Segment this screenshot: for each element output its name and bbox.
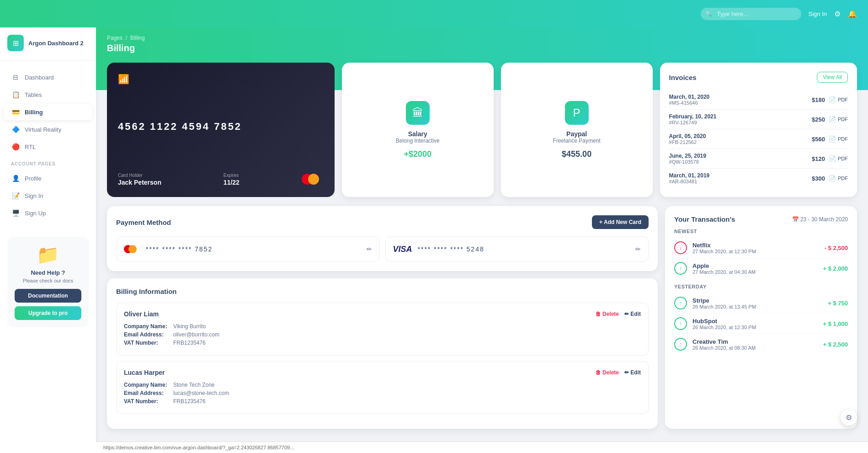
tables-icon: 📋 bbox=[11, 91, 20, 98]
paypal-amount: $455.00 bbox=[562, 149, 591, 159]
transaction-amount: - $ 2,500 bbox=[825, 245, 848, 251]
invoice-date: March, 01, 2020 bbox=[669, 94, 710, 100]
billing-info-card: Billing Information Oliver Liam 🗑 Delete… bbox=[107, 278, 658, 429]
invoice-row: February, 10, 2021 #RV-126749 $250 📄 PDF bbox=[669, 110, 848, 129]
sign-up-icon: 🖥️ bbox=[11, 209, 20, 217]
billing-entry: Oliver Liam 🗑 Delete ✏ Edit Company Name… bbox=[116, 303, 649, 356]
add-card-button[interactable]: + Add New Card bbox=[592, 215, 649, 229]
pdf-label: PDF bbox=[838, 117, 848, 122]
sidebar-item-label: Virtual Reality bbox=[25, 126, 61, 133]
upgrade-button[interactable]: Upgrade to pro bbox=[15, 306, 81, 320]
billing-name: Lucas Harper bbox=[124, 369, 165, 376]
sidebar: ⊞ Argon Dashboard 2 ⊟ Dashboard 📋 Tables… bbox=[0, 27, 96, 453]
app-name: Argon Dashboard 2 bbox=[28, 40, 84, 47]
pdf-button[interactable]: 📄 PDF bbox=[829, 175, 848, 182]
documentation-button[interactable]: Documentation bbox=[15, 289, 81, 303]
transaction-item: ↑ HubSpot 26 March 2020, at 12:30 PM + $… bbox=[674, 314, 848, 334]
transaction-item: ↑ Apple 27 March 2020, at 04:30 AM + $ 2… bbox=[674, 258, 848, 278]
sidebar-item-dashboard[interactable]: ⊟ Dashboard bbox=[4, 69, 92, 85]
company-value: Stone Tech Zone bbox=[173, 382, 215, 388]
pdf-label: PDF bbox=[838, 176, 848, 181]
invoice-ref: #QW-103578 bbox=[669, 159, 706, 165]
newest-label: NEWEST bbox=[674, 229, 848, 234]
sidebar-item-billing[interactable]: 💳 Billing bbox=[4, 104, 92, 120]
breadcrumb: Pages / Billing bbox=[107, 35, 857, 41]
invoice-ref: #RV-126749 bbox=[669, 120, 717, 125]
transactions-date: 📅 23 - 30 March 2020 bbox=[792, 216, 848, 223]
invoice-amount: $250 bbox=[812, 116, 825, 123]
invoice-row: March, 01, 2020 #MS-415646 $180 📄 PDF bbox=[669, 90, 848, 110]
salary-amount: +$2000 bbox=[404, 149, 431, 159]
invoice-ref: #MS-415646 bbox=[669, 100, 710, 106]
pdf-icon: 📄 bbox=[829, 175, 836, 182]
edit-button[interactable]: ✏ Edit bbox=[624, 369, 641, 376]
mastercard-logo-small bbox=[124, 244, 140, 254]
credit-card: 📶 4562 1122 4594 7852 Card Holder Jack P… bbox=[107, 63, 335, 197]
delete-button[interactable]: 🗑 Delete bbox=[596, 369, 619, 376]
notification-icon[interactable]: 🔔 bbox=[848, 10, 857, 18]
transaction-time: 26 March 2020, at 08:30 AM bbox=[692, 345, 817, 351]
invoice-row: June, 25, 2019 #QW-103578 $120 📄 PDF bbox=[669, 149, 848, 169]
pdf-icon: 📄 bbox=[829, 155, 836, 162]
sidebar-item-sign-up[interactable]: 🖥️ Sign Up bbox=[4, 205, 92, 221]
sidebar-item-profile[interactable]: 👤 Profile bbox=[4, 170, 92, 187]
transaction-item: ↑ Stripe 26 March 2020, at 13:45 PM + $ … bbox=[674, 293, 848, 314]
mastercard-number: **** **** **** 7852 bbox=[146, 245, 361, 253]
sidebar-item-label: Profile bbox=[25, 175, 42, 182]
transaction-amount: + $ 750 bbox=[828, 300, 848, 307]
email-value: lucas@stone-tech.com bbox=[173, 390, 229, 396]
pdf-label: PDF bbox=[838, 136, 848, 142]
invoice-row: April, 05, 2020 #FB-212562 $560 📄 PDF bbox=[669, 129, 848, 149]
transaction-item: ↑ Creative Tim 26 March 2020, at 08:30 A… bbox=[674, 334, 848, 354]
sidebar-item-sign-in[interactable]: 📝 Sign In bbox=[4, 187, 92, 204]
pdf-button[interactable]: 📄 PDF bbox=[829, 155, 848, 162]
email-label: Email Address: bbox=[124, 331, 170, 338]
transaction-name: Stripe bbox=[692, 297, 822, 304]
sidebar-item-rtl[interactable]: 🔴 RTL bbox=[4, 139, 92, 155]
billing-info-title: Billing Information bbox=[116, 288, 649, 295]
pdf-icon: 📄 bbox=[829, 116, 836, 123]
transaction-time: 27 March 2020, at 04:30 AM bbox=[692, 269, 817, 275]
sidebar-nav: ⊟ Dashboard 📋 Tables 💳 Billing 🔷 Virtual… bbox=[0, 61, 96, 229]
email-label: Email Address: bbox=[124, 390, 170, 396]
edit-button[interactable]: ✏ Edit bbox=[624, 311, 641, 317]
invoice-row: March, 01, 2019 #AR-803481 $300 📄 PDF bbox=[669, 169, 848, 188]
sign-in-icon: 📝 bbox=[11, 192, 20, 199]
edit-visa-icon[interactable]: ✏ bbox=[635, 245, 641, 253]
pdf-button[interactable]: 📄 PDF bbox=[829, 136, 848, 143]
view-all-button[interactable]: View All bbox=[817, 72, 848, 83]
transaction-name: Netflix bbox=[692, 242, 819, 249]
sidebar-item-tables[interactable]: 📋 Tables bbox=[4, 86, 92, 103]
pdf-icon: 📄 bbox=[829, 136, 836, 143]
gear-float-button[interactable]: ⚙ bbox=[841, 409, 857, 426]
settings-icon[interactable]: ⚙ bbox=[834, 10, 841, 18]
vat-label: VAT Number: bbox=[124, 340, 170, 346]
invoices-card: Invoices View All March, 01, 2020 #MS-41… bbox=[660, 63, 857, 197]
salary-card: 🏛 Salary Belong Interactive +$2000 bbox=[342, 63, 494, 197]
invoices-list: March, 01, 2020 #MS-415646 $180 📄 PDF Fe… bbox=[669, 90, 848, 188]
search-wrapper bbox=[701, 8, 801, 20]
account-section-label: ACCOUNT PAGES bbox=[0, 156, 96, 169]
visa-number: **** **** **** 5248 bbox=[418, 245, 630, 253]
breadcrumb-pages[interactable]: Pages bbox=[107, 35, 122, 41]
mastercard-card: **** **** **** 7852 ✏ bbox=[116, 236, 380, 262]
sidebar-item-virtual-reality[interactable]: 🔷 Virtual Reality bbox=[4, 121, 92, 138]
paypal-subtitle: Freelance Payment bbox=[553, 138, 601, 144]
vat-value: FRB1235476 bbox=[173, 398, 206, 405]
invoice-date: March, 01, 2019 bbox=[669, 172, 710, 179]
delete-button[interactable]: 🗑 Delete bbox=[596, 311, 619, 317]
wifi-icon: 📶 bbox=[118, 74, 324, 85]
sign-in-link[interactable]: Sign In bbox=[809, 11, 827, 17]
holder-label: Card Holder bbox=[118, 173, 161, 178]
search-input[interactable] bbox=[701, 8, 801, 20]
transactions-card: Your Transaction's 📅 23 - 30 March 2020 … bbox=[665, 206, 857, 429]
pdf-button[interactable]: 📄 PDF bbox=[829, 96, 848, 103]
pdf-button[interactable]: 📄 PDF bbox=[829, 116, 848, 123]
payment-methods: **** **** **** 7852 ✏ VISA **** **** ***… bbox=[116, 236, 649, 262]
card-number: 4562 1122 4594 7852 bbox=[118, 121, 324, 133]
salary-icon: 🏛 bbox=[406, 101, 430, 125]
paypal-icon: P bbox=[565, 101, 589, 125]
vat-label: VAT Number: bbox=[124, 398, 170, 405]
paypal-card: P Paypal Freelance Payment $455.00 bbox=[501, 63, 653, 197]
edit-mastercard-icon[interactable]: ✏ bbox=[367, 245, 372, 253]
